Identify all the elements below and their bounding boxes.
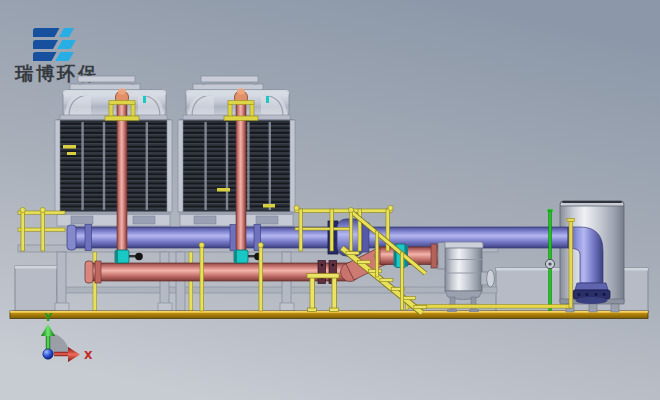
handrail-post [189, 252, 193, 311]
pipe-flange [85, 225, 92, 251]
frame-post [160, 252, 169, 311]
handrail-post [299, 209, 302, 251]
y-axis-label: Y [43, 311, 53, 324]
handrail-post [200, 246, 204, 311]
stair-post [375, 231, 378, 277]
header-end-cap [67, 225, 76, 250]
handrail-post [330, 209, 333, 251]
pipe-flange [431, 244, 437, 268]
stair-post [349, 211, 352, 251]
pipe-flange [230, 225, 237, 251]
frame-post [57, 252, 66, 311]
deck-rail-lower [57, 287, 497, 293]
vessel-leg [471, 297, 476, 311]
tank-leg [589, 304, 597, 312]
platform-handrail [295, 209, 392, 212]
left-equipment-box [15, 266, 57, 311]
tank-leg [611, 304, 619, 312]
frame-post [282, 252, 291, 311]
valve-handle-ball [135, 253, 143, 261]
nozzle-flange [487, 270, 495, 287]
scene-canvas: 瑞博环保 [0, 0, 660, 400]
x-axis-label: X [84, 349, 93, 362]
x-axis-arrow [54, 352, 70, 356]
cad-render-viewport: 瑞博环保 [0, 0, 660, 400]
handrail-post [259, 246, 263, 311]
cooling-tower-1 [55, 76, 172, 226]
handrail-post [21, 211, 25, 251]
vessel-shell [445, 248, 482, 291]
return-end-cap [85, 261, 93, 283]
vessel-leg [450, 297, 455, 311]
origin-ball [43, 349, 53, 359]
handrail-post [41, 211, 45, 251]
skid-base-platform [10, 311, 648, 319]
stair-post [400, 252, 403, 310]
frame-post [176, 252, 185, 311]
pipe-flange [95, 261, 101, 283]
vessel-inlet-flange [438, 243, 445, 270]
